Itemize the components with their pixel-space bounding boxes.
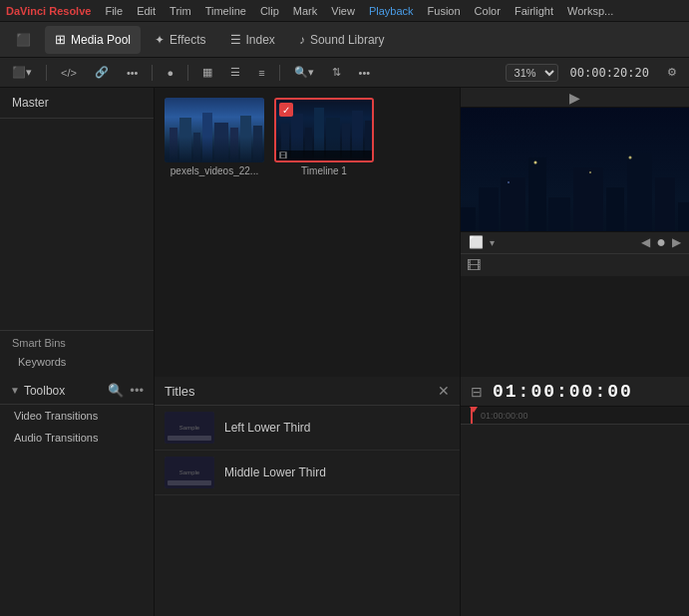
title-name-2: Middle Lower Third [224,465,326,479]
media-pool-btn[interactable]: ⊞ Media Pool [45,26,141,54]
media-thumb-2: ✓ 🎞 [274,98,374,162]
grid-view-btn[interactable]: ▦ [196,64,218,81]
panel-toggle-btn[interactable]: ⬛▾ [6,64,38,81]
svg-rect-17 [461,207,476,231]
svg-rect-4 [214,123,228,162]
svg-rect-26 [678,202,689,231]
svg-point-27 [534,161,537,164]
svg-point-28 [589,171,591,173]
timecode-display: 00:00:20:20 [564,64,655,82]
zoom-btn[interactable]: 🔍▾ [288,64,320,81]
svg-rect-6 [240,116,251,162]
smart-bins-label: Smart Bins [12,337,142,349]
preview-video [461,108,689,231]
index-icon: ☰ [230,33,241,47]
titles-close-btn[interactable]: ✕ [438,383,450,399]
toolbox-label: Toolbox [24,384,65,398]
checkmark-badge: ✓ [279,103,293,117]
menu-view[interactable]: View [331,5,355,17]
toolbox-panel: ▼ Toolbox 🔍 ••• Video Transitions Audio … [0,377,155,616]
menu-playback[interactable]: Playback [369,5,414,17]
preview-play-icon[interactable]: ▶ [569,90,580,106]
index-label: Index [246,33,275,47]
keywords-item[interactable]: Keywords [12,353,142,371]
title-thumb-1: Sample [165,412,214,444]
media-thumb-label-1: pexels_videos_22... [171,165,258,176]
effects-btn[interactable]: ✦ Effects [145,26,215,54]
toolbox-search-btn[interactable]: 🔍 [108,383,124,398]
index-btn[interactable]: ☰ Index [220,26,285,54]
menu-workspace[interactable]: Worksp... [567,5,613,17]
media-pool-label: Media Pool [71,33,131,47]
master-label: Master [0,88,154,119]
divider3 [187,65,188,81]
sound-library-btn[interactable]: ♪ Sound Library [289,26,395,54]
media-item-1[interactable]: pexels_videos_22... [165,98,264,176]
media-item-2[interactable]: ✓ 🎞 Timeline 1 [274,98,374,176]
prev-frame-btn[interactable]: ◀ [641,235,650,249]
title-item-1[interactable]: Sample Left Lower Third [155,406,460,451]
preview-nav-row: ⬜ ▾ ◀ ● ▶ [461,231,689,253]
svg-rect-18 [479,187,499,231]
svg-rect-2 [193,133,200,162]
menu-clip[interactable]: Clip [260,5,279,17]
menu-edit[interactable]: Edit [137,5,156,17]
media-left-panel: Master Smart Bins Keywords [0,88,155,377]
more-options-btn[interactable]: ••• [353,65,377,81]
timeline-panel-toggle-btn[interactable]: ⊟ [469,382,485,402]
more-btn[interactable]: ••• [121,65,145,81]
divider4 [279,65,280,81]
sub-toolbar: ⬛▾ </> 🔗 ••• ● ▦ ☰ ≡ 🔍▾ ⇅ ••• 31% 00:00:… [0,58,689,88]
title-item-2[interactable]: Sample Middle Lower Third [155,451,460,495]
divider2 [152,65,153,81]
svg-rect-3 [202,113,212,162]
preview-right-panel: ▶ [460,88,689,377]
playhead[interactable] [471,407,473,424]
menu-mark[interactable]: Mark [293,5,317,17]
filmstrip-btn[interactable]: 🎞 [467,257,481,273]
title-name-1: Left Lower Third [224,421,311,435]
svg-rect-23 [606,187,624,231]
timecode-settings-btn[interactable]: ⚙ [661,64,683,81]
media-grid: pexels_videos_22... [155,88,460,377]
link-btn[interactable]: 🔗 [89,64,115,81]
audio-transitions-item[interactable]: Audio Transitions [0,427,154,449]
media-thumb-1 [165,98,264,162]
app-logo[interactable]: DaVinci Resolve [6,5,91,17]
sort-btn[interactable]: ⇅ [326,64,347,81]
zoom-select[interactable]: 31% [506,64,558,82]
preview-zoom-btn[interactable]: ⬜ [469,235,484,249]
monitor-btn[interactable]: ⬛ [6,26,41,54]
svg-rect-21 [548,197,570,231]
preview-top-bar: ▶ [461,88,689,108]
toolbox-arrow-icon: ▼ [10,385,20,396]
menu-color[interactable]: Color [475,5,501,17]
bottom-section: ▼ Toolbox 🔍 ••• Video Transitions Audio … [0,377,689,616]
sound-library-label: Sound Library [310,33,385,47]
svg-point-29 [629,156,632,159]
menu-bar: DaVinci Resolve File Edit Trim Timeline … [0,0,689,22]
dot-btn[interactable]: ● [161,65,179,81]
title-thumb-2: Sample [165,457,214,488]
menu-fusion[interactable]: Fusion [428,5,461,17]
code-view-btn[interactable]: </> [55,65,83,81]
menu-timeline[interactable]: Timeline [205,5,246,17]
toolbox-title[interactable]: ▼ Toolbox [10,384,65,398]
nav-dot-btn[interactable]: ● [656,233,666,251]
media-thumb-label-2: Timeline 1 [301,165,347,176]
left-panel-content [0,119,154,330]
filmstrip-icon: 🎞 [279,152,287,160]
detail-view-btn[interactable]: ≡ [252,65,270,81]
next-frame-btn[interactable]: ▶ [672,235,681,249]
list-view-btn[interactable]: ☰ [224,64,246,81]
svg-rect-25 [655,177,675,231]
toolbar: ⬛ ⊞ Media Pool ✦ Effects ☰ Index ♪ Sound… [0,22,689,58]
video-transitions-item[interactable]: Video Transitions [0,405,154,427]
strip-toolbar: 🎞 [461,254,689,276]
menu-trim[interactable]: Trim [170,5,191,17]
menu-fairlight[interactable]: Fairlight [515,5,553,17]
preview-timeline-strip: 🎞 [461,253,689,378]
menu-file[interactable]: File [105,5,123,17]
toolbox-more-btn[interactable]: ••• [130,383,144,398]
titles-header: Titles ✕ [155,377,460,406]
